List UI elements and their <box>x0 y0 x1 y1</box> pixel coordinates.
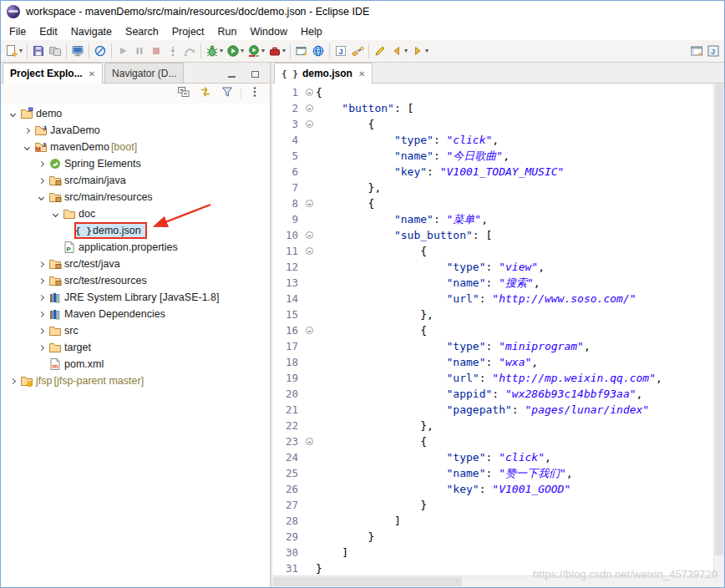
menu-file[interactable]: File <box>3 24 33 39</box>
editor-tab-demo-json[interactable]: { } demo.json ✕ <box>274 63 373 84</box>
tree-item-src-main-resources[interactable]: src/main/resources <box>1 189 270 205</box>
skip-all-breakpoints-button[interactable] <box>92 42 109 61</box>
menu-window[interactable]: Window <box>244 24 294 39</box>
code-line-8[interactable]: 8 { <box>272 195 713 211</box>
code-line-9[interactable]: 9 "name": "菜单", <box>272 211 713 227</box>
resume-button[interactable] <box>114 42 131 61</box>
code-line-29[interactable]: 29 } <box>272 529 713 545</box>
editor-code[interactable]: 1{2 "button": [3 {4 "type": "click",5 "n… <box>272 84 713 575</box>
minimize-button[interactable] <box>223 66 240 83</box>
code-line-1[interactable]: 1{ <box>272 84 713 100</box>
tree-collapsed-arrow-icon[interactable] <box>34 279 48 283</box>
fold-marker-icon[interactable] <box>302 227 316 243</box>
code-line-20[interactable]: 20 "appid": "wx286b93c14bbf93aa", <box>272 386 713 402</box>
tree-item-mavendemo[interactable]: JMmavenDemo [boot] <box>1 139 270 155</box>
coverage-button[interactable]: ▾ <box>246 42 266 61</box>
code-line-22[interactable]: 22 }, <box>272 418 713 433</box>
save-button[interactable] <box>30 42 47 61</box>
fold-marker-icon[interactable] <box>302 195 316 211</box>
new-button[interactable]: ▾ <box>3 42 24 61</box>
code-line-28[interactable]: 28 ] <box>272 513 713 529</box>
link-with-editor-button[interactable] <box>197 85 214 102</box>
maximize-button[interactable] <box>246 66 263 83</box>
tree-item-jre-system-library-javase-1-8[interactable]: JRE System Library [JavaSE-1.8] <box>1 289 270 306</box>
dropdown-arrow-icon[interactable]: ▾ <box>282 48 286 54</box>
tree-collapsed-arrow-icon[interactable] <box>6 379 19 383</box>
code-line-27[interactable]: 27 } <box>272 497 713 513</box>
code-line-12[interactable]: 12 "type": "view", <box>272 259 713 275</box>
debug-button[interactable]: ▾ <box>204 42 225 61</box>
tree-item-javademo[interactable]: JJavaDemo <box>1 122 270 139</box>
open-type-button[interactable]: J <box>332 42 349 61</box>
step-over-button[interactable] <box>181 42 198 61</box>
menu-run[interactable]: Run <box>211 24 244 39</box>
code-line-6[interactable]: 6 "key": "V1001_TODAY_MUSIC" <box>272 164 713 180</box>
external-tools-button[interactable]: ▾ <box>266 42 287 61</box>
dropdown-arrow-icon[interactable]: ▾ <box>241 48 244 54</box>
tree-item-src-main-java[interactable]: src/main/java <box>1 172 270 189</box>
menu-project[interactable]: Project <box>165 24 211 39</box>
tree-expanded-arrow-icon[interactable] <box>20 145 33 150</box>
tree-item-spring-elements[interactable]: Spring Elements <box>1 155 270 172</box>
vscroll-thumb[interactable] <box>715 84 723 555</box>
filter-button[interactable] <box>219 85 236 102</box>
search-button[interactable] <box>349 42 366 61</box>
menu-help[interactable]: Help <box>294 24 329 39</box>
tree-item-demo-json[interactable]: { }demo.json <box>1 222 270 239</box>
tree-expanded-arrow-icon[interactable] <box>34 195 48 200</box>
code-line-19[interactable]: 19 "url": "http://mp.weixin.qq.com", <box>272 370 713 386</box>
tree-collapsed-arrow-icon[interactable] <box>34 346 48 350</box>
code-line-15[interactable]: 15 }, <box>272 307 713 322</box>
code-line-30[interactable]: 30 ] <box>272 545 713 560</box>
tree-collapsed-arrow-icon[interactable] <box>34 179 48 183</box>
tree-item-maven-dependencies[interactable]: Maven Dependencies <box>1 306 270 322</box>
run-button[interactable]: ▾ <box>225 42 246 61</box>
menu-edit[interactable]: Edit <box>33 24 64 39</box>
fold-marker-icon[interactable] <box>302 322 316 338</box>
collapse-all-button[interactable] <box>175 85 192 102</box>
close-icon[interactable]: ✕ <box>87 69 95 79</box>
dropdown-arrow-icon[interactable]: ▾ <box>220 48 223 54</box>
code-line-2[interactable]: 2 "button": [ <box>272 100 713 116</box>
code-line-4[interactable]: 4 "type": "click", <box>272 132 713 148</box>
java-perspective-button[interactable]: J <box>705 42 722 61</box>
save-all-button[interactable] <box>47 42 63 61</box>
code-line-26[interactable]: 26 "key": "V1001_GOOD" <box>272 481 713 497</box>
fold-marker-icon[interactable] <box>302 433 316 449</box>
suspend-button[interactable] <box>131 42 148 61</box>
menu-navigate[interactable]: Navigate <box>64 24 119 39</box>
tree-item-src-test-resources[interactable]: src/test/resources <box>1 272 270 289</box>
tree-item-doc[interactable]: doc <box>1 205 270 222</box>
close-icon[interactable]: ✕ <box>357 69 365 79</box>
code-line-5[interactable]: 5 "name": "今日歌曲", <box>272 148 713 164</box>
code-line-3[interactable]: 3 { <box>272 116 713 132</box>
print-console-button[interactable] <box>69 42 86 61</box>
dropdown-arrow-icon[interactable]: ▾ <box>404 48 408 54</box>
tree-collapsed-arrow-icon[interactable] <box>34 329 48 333</box>
view-menu-button[interactable] <box>246 85 263 102</box>
code-line-25[interactable]: 25 "name": "赞一下我们", <box>272 465 713 481</box>
tree-collapsed-arrow-icon[interactable] <box>34 312 48 317</box>
view-tab-project-explo[interactable]: Project Explo...✕ <box>3 63 103 84</box>
dropdown-arrow-icon[interactable]: ▾ <box>19 48 23 54</box>
dropdown-arrow-icon[interactable]: ▾ <box>425 48 428 54</box>
tree-item-demo[interactable]: demo <box>1 105 270 122</box>
tree-collapsed-arrow-icon[interactable] <box>34 262 48 266</box>
last-edit-location-button[interactable] <box>372 42 388 61</box>
code-line-7[interactable]: 7 }, <box>272 180 713 195</box>
new-web-project-button[interactable] <box>310 42 327 61</box>
code-line-11[interactable]: 11 { <box>272 243 713 259</box>
tree-expanded-arrow-icon[interactable] <box>6 112 19 116</box>
tree-item-application-properties[interactable]: Papplication.properties <box>1 239 270 256</box>
code-line-23[interactable]: 23 { <box>272 433 713 449</box>
code-line-10[interactable]: 10 "sub_button": [ <box>272 227 713 243</box>
dropdown-arrow-icon[interactable]: ▾ <box>261 48 265 54</box>
tree-item-jfsp[interactable]: jfsp [jfsp-parent master] <box>1 373 270 389</box>
step-into-button[interactable] <box>165 42 181 61</box>
back-button[interactable]: ▾ <box>388 42 409 61</box>
new-java-project-button[interactable] <box>293 42 310 61</box>
code-line-13[interactable]: 13 "name": "搜索", <box>272 275 713 291</box>
fold-marker-icon[interactable] <box>302 84 316 100</box>
tree-item-pom-xml[interactable]: mpom.xml <box>1 356 270 373</box>
code-line-18[interactable]: 18 "name": "wxa", <box>272 354 713 370</box>
